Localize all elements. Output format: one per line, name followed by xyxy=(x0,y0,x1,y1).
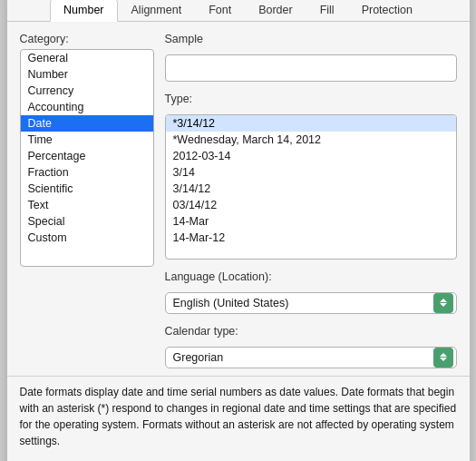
category-item-general[interactable]: General xyxy=(21,50,153,66)
calendar-select-wrapper: GregorianJapaneseBuddhistIslamic xyxy=(165,347,457,368)
tab-protection[interactable]: Protection xyxy=(348,0,426,22)
type-list[interactable]: *3/14/12 *Wednesday, March 14, 2012 2012… xyxy=(165,114,457,260)
type-label: Type: xyxy=(165,93,457,105)
tab-border[interactable]: Border xyxy=(245,0,306,22)
tab-fill[interactable]: Fill xyxy=(306,0,348,22)
category-item-custom[interactable]: Custom xyxy=(21,230,153,246)
category-label: Category: xyxy=(20,33,154,45)
type-item-2[interactable]: 2012-03-14 xyxy=(166,148,456,164)
category-item-currency[interactable]: Currency xyxy=(21,83,153,99)
sample-label: Sample xyxy=(165,33,457,45)
category-list[interactable]: General Number Currency Accounting Date … xyxy=(20,49,154,267)
language-select[interactable]: English (United States)English (UK)Frenc… xyxy=(165,292,457,314)
type-item-1[interactable]: *Wednesday, March 14, 2012 xyxy=(166,132,456,148)
category-item-accounting[interactable]: Accounting xyxy=(21,99,153,115)
sample-box xyxy=(165,54,457,82)
type-item-4[interactable]: 3/14/12 xyxy=(166,181,456,197)
calendar-label: Calendar type: xyxy=(165,325,457,338)
type-item-3[interactable]: 3/14 xyxy=(166,164,456,181)
footer: Cancel OK xyxy=(7,455,470,462)
category-item-number[interactable]: Number xyxy=(21,66,153,83)
tab-alignment[interactable]: Alignment xyxy=(118,0,196,22)
description: Date formats display date and time seria… xyxy=(7,376,470,455)
type-item-5[interactable]: 03/14/12 xyxy=(166,197,456,213)
category-item-date[interactable]: Date xyxy=(21,115,153,132)
language-label: Language (Location): xyxy=(165,270,457,283)
calendar-select[interactable]: GregorianJapaneseBuddhistIslamic xyxy=(165,347,457,368)
category-panel: Category: General Number Currency Accoun… xyxy=(20,33,154,368)
category-item-text[interactable]: Text xyxy=(21,197,153,213)
category-item-fraction[interactable]: Fraction xyxy=(21,164,153,181)
category-item-special[interactable]: Special xyxy=(21,213,153,230)
category-item-scientific[interactable]: Scientific xyxy=(21,181,153,197)
main-content: Category: General Number Currency Accoun… xyxy=(7,22,470,376)
right-panel: Sample Type: *3/14/12 *Wednesday, March … xyxy=(165,33,457,368)
type-item-7[interactable]: 14-Mar-12 xyxy=(166,230,456,246)
format-cells-dialog: Format Cells Number Alignment Font Borde… xyxy=(7,0,470,461)
type-item-6[interactable]: 14-Mar xyxy=(166,213,456,230)
tab-font[interactable]: Font xyxy=(195,0,245,22)
tab-number[interactable]: Number xyxy=(50,0,117,22)
category-item-percentage[interactable]: Percentage xyxy=(21,148,153,164)
category-item-time[interactable]: Time xyxy=(21,132,153,148)
type-item-0[interactable]: *3/14/12 xyxy=(166,115,456,132)
language-select-wrapper: English (United States)English (UK)Frenc… xyxy=(165,292,457,314)
tab-bar: Number Alignment Font Border Fill Protec… xyxy=(7,0,470,22)
